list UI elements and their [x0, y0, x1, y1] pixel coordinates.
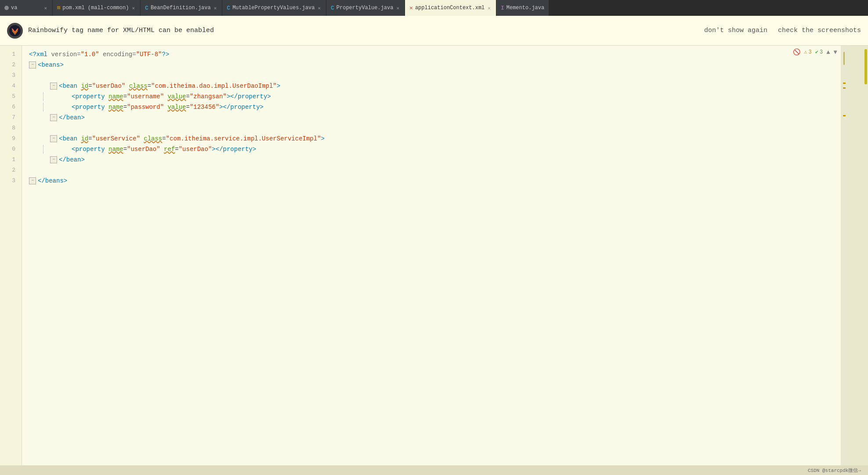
- prop2-eq2: =: [186, 102, 189, 112]
- notification-logo: [7, 23, 23, 39]
- xml-pi-version-val: "1.0": [81, 49, 99, 60]
- prop3-sp1: [105, 144, 108, 155]
- fold-close-bean1[interactable]: −: [50, 114, 57, 121]
- beans-close-bracket: >: [60, 60, 63, 70]
- tab-label-mutable: MutablePropertyValues.java: [232, 5, 315, 11]
- userservice-open-bracket: <: [59, 133, 62, 144]
- line-num-7: 7: [12, 112, 18, 123]
- prop2-name-val: "password": [127, 102, 164, 112]
- tab-close-va[interactable]: ✕: [43, 5, 48, 11]
- editor-toolbar: 🚫 ⚠ 3 ✔ 3 ▲ ▼: [793, 48, 837, 56]
- prop2-open: <: [72, 102, 75, 112]
- fold-close-bean2[interactable]: −: [50, 156, 57, 163]
- prop3-close: ></: [212, 144, 223, 155]
- close-bean1-end: >: [81, 112, 84, 123]
- line-num-10: 0: [12, 144, 18, 155]
- userdao-class-val: "com.itheima.dao.impl.UserDaoImpl": [151, 81, 277, 91]
- eye-icon[interactable]: 🚫: [793, 48, 800, 56]
- userdao-eq2: =: [148, 81, 151, 91]
- code-line-6: <property name="password" value="123456"…: [29, 102, 841, 112]
- prop3-sp2: [160, 144, 164, 155]
- line-num-8: 8: [12, 123, 18, 133]
- fold-beans[interactable]: −: [29, 61, 36, 68]
- prop3-eq2: =: [175, 144, 178, 155]
- tab-memento[interactable]: I Memento.java: [496, 0, 549, 16]
- code-line-8: [29, 123, 841, 133]
- prop3-tag: property: [75, 144, 105, 155]
- line-num-4: 4: [12, 81, 18, 91]
- prop2-tag: property: [75, 102, 105, 112]
- warning-count: 3: [809, 49, 812, 55]
- notification-actions: don't show again check the screenshots: [704, 27, 861, 34]
- userdao-close-bracket: >: [277, 81, 280, 91]
- xml-pi-close: ?>: [162, 49, 169, 60]
- prop3-ref-attr: ref: [164, 144, 175, 155]
- check-screenshots-link[interactable]: check the screenshots: [778, 27, 861, 34]
- prop3-close-tag: property: [223, 144, 253, 155]
- prop2-name-attr: name: [108, 102, 123, 112]
- tab-beandef[interactable]: C BeanDefinition.java ✕: [141, 0, 222, 16]
- tab-close-propvalue[interactable]: ✕: [395, 5, 400, 11]
- tab-close-beandef[interactable]: ✕: [213, 5, 218, 11]
- tab-bar: va ✕ m pom.xml (mall-common) ✕ C BeanDef…: [0, 0, 868, 16]
- userdao-id-val: "userDao": [92, 81, 126, 91]
- fold-userservice[interactable]: −: [50, 135, 57, 142]
- close-bean2-tag: bean: [66, 155, 81, 165]
- line-num-9: 9: [12, 133, 18, 144]
- fold-close-beans[interactable]: −: [29, 177, 36, 184]
- beans-open: <: [38, 60, 41, 70]
- prop2-sp1: [105, 102, 108, 112]
- scroll-marker-1: [843, 83, 846, 84]
- userservice-class-val: "com.itheima.service.impl.UserServiceImp…: [166, 133, 321, 144]
- prop2-sp2: [164, 102, 167, 112]
- line-num-5: 5: [12, 91, 18, 102]
- tab-label-appcontext: applicationContext.xml: [415, 5, 485, 11]
- tab-label-va: va: [11, 5, 17, 11]
- xml-pi-enc-val: "UTF-8": [136, 49, 162, 60]
- tab-propvalue[interactable]: C PropertyValue.java ✕: [326, 0, 405, 16]
- prop3-open: <: [72, 144, 75, 155]
- close-bean2-bracket: </: [59, 155, 66, 165]
- scrollbar-thumb[interactable]: [843, 52, 845, 65]
- tab-icon-pom: m: [57, 5, 60, 11]
- fold-userdao[interactable]: −: [50, 83, 57, 90]
- down-arrow-icon[interactable]: ▼: [834, 49, 837, 56]
- userservice-close-bracket: >: [321, 133, 325, 144]
- tab-close-mutable[interactable]: ✕: [317, 5, 322, 11]
- minimap: [847, 46, 868, 475]
- prop1-value-attr: value: [167, 91, 186, 102]
- tab-close-appcontext[interactable]: ✕: [487, 5, 492, 11]
- tab-close-pom[interactable]: ✕: [131, 5, 136, 11]
- tab-label-propvalue: PropertyValue.java: [336, 5, 394, 11]
- status-text: CSDN @starcpdk微信→: [808, 467, 861, 474]
- userdao-id-attr: id: [81, 81, 88, 91]
- svg-point-0: [9, 25, 21, 36]
- scroll-marker-3: [843, 115, 846, 116]
- userservice-id-attr: id: [81, 133, 88, 144]
- userdao-open-bracket: <: [59, 81, 62, 91]
- userdao-space: [77, 81, 81, 91]
- line-numbers: 1 2 3 4 5 6 7 8 9 0 1 2 3: [0, 46, 22, 475]
- tab-pom[interactable]: m pom.xml (mall-common) ✕: [53, 0, 141, 16]
- tab-va[interactable]: va ✕: [0, 0, 53, 16]
- code-line-1: <?xml version="1.0" encoding="UTF-8"?>: [29, 49, 841, 60]
- prop1-tag: property: [75, 91, 105, 102]
- userdao-eq1: =: [88, 81, 92, 91]
- scrollbar[interactable]: [841, 46, 847, 475]
- tab-appcontext[interactable]: ✕ applicationContext.xml ✕: [405, 0, 496, 16]
- warning-badge: ⚠ 3: [804, 49, 811, 55]
- check-icon: ✔: [815, 49, 818, 55]
- close-bean1-tag: bean: [66, 112, 81, 123]
- minimap-highlight: [864, 49, 867, 84]
- line-num-6: 6: [12, 102, 18, 112]
- prop2-close-tag: property: [230, 102, 260, 112]
- userservice-tag: bean: [62, 133, 77, 144]
- scroll-marker-2: [843, 87, 846, 89]
- code-line-3: [29, 70, 841, 81]
- dont-show-again-link[interactable]: don't show again: [704, 27, 767, 34]
- code-line-4: −<bean id="userDao" class="com.itheima.d…: [29, 81, 841, 91]
- up-arrow-icon[interactable]: ▲: [826, 49, 830, 56]
- tab-label-beandef: BeanDefinition.java: [151, 5, 211, 11]
- logo-svg: [9, 25, 21, 37]
- tab-mutable[interactable]: C MutablePropertyValues.java ✕: [222, 0, 326, 16]
